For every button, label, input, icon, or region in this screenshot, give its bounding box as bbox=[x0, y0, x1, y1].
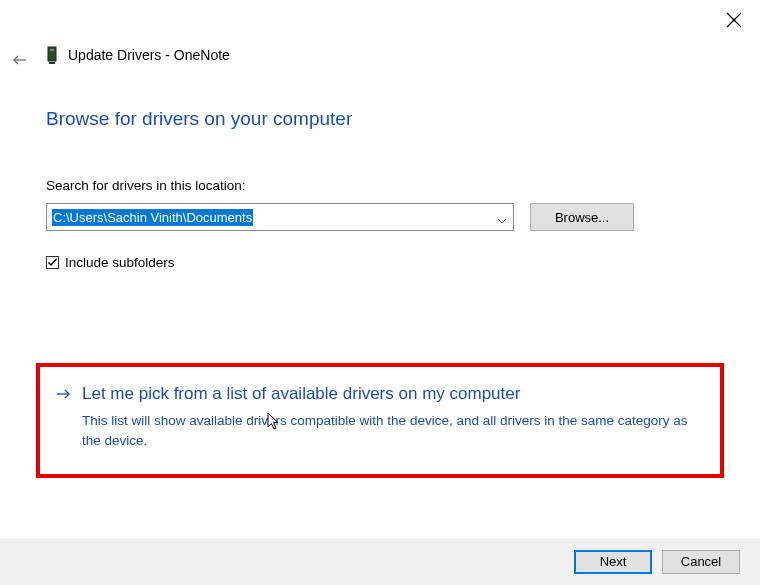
svg-rect-4 bbox=[50, 49, 54, 51]
browse-button[interactable]: Browse... bbox=[530, 203, 634, 231]
include-subfolders-row[interactable]: Include subfolders bbox=[46, 255, 714, 270]
arrow-right-icon bbox=[56, 387, 72, 405]
search-label: Search for drivers in this location: bbox=[46, 178, 714, 193]
dialog-header: Update Drivers - OneNote bbox=[46, 46, 230, 64]
back-icon[interactable] bbox=[12, 52, 28, 68]
search-section: Search for drivers in this location: C:\… bbox=[46, 178, 714, 270]
page-heading: Browse for drivers on your computer bbox=[46, 108, 714, 130]
dialog-footer: Next Cancel bbox=[0, 538, 760, 585]
close-icon[interactable] bbox=[726, 12, 742, 28]
cancel-button[interactable]: Cancel bbox=[662, 550, 740, 574]
update-drivers-dialog: Update Drivers - OneNote Browse for driv… bbox=[0, 0, 760, 585]
include-subfolders-checkbox[interactable] bbox=[46, 256, 59, 269]
include-subfolders-label: Include subfolders bbox=[65, 255, 175, 270]
chevron-down-icon bbox=[497, 212, 507, 222]
pick-heading: Let me pick from a list of available dri… bbox=[82, 383, 704, 405]
pick-description: This list will show available drivers co… bbox=[82, 411, 704, 450]
dialog-content: Browse for drivers on your computer Sear… bbox=[46, 108, 714, 270]
location-combobox[interactable]: C:\Users\Sachin Vinith\Documents bbox=[46, 203, 514, 231]
location-value: C:\Users\Sachin Vinith\Documents bbox=[52, 209, 253, 226]
dialog-title: Update Drivers - OneNote bbox=[68, 47, 230, 63]
next-button[interactable]: Next bbox=[574, 550, 652, 574]
pick-from-list-option[interactable]: Let me pick from a list of available dri… bbox=[36, 363, 724, 478]
device-icon bbox=[46, 46, 58, 64]
svg-rect-5 bbox=[49, 62, 55, 64]
